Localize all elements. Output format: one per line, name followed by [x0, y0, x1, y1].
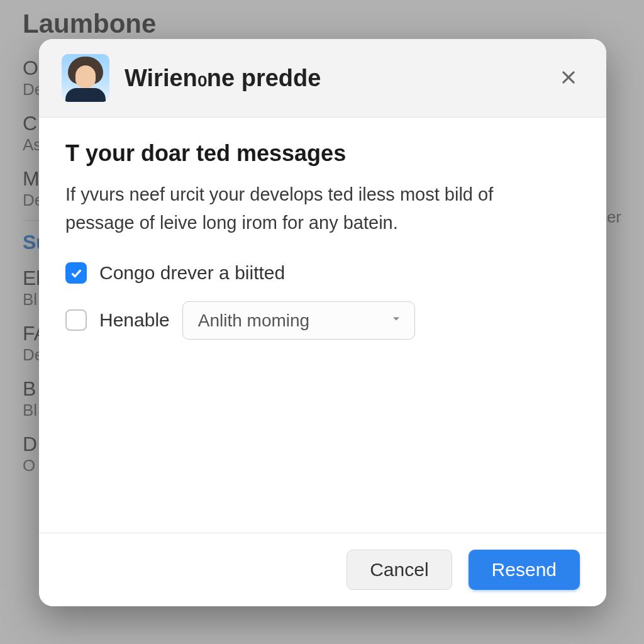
section-heading: T your doar ted messages: [65, 140, 580, 167]
modal-footer: Cancel Resend: [39, 533, 606, 606]
option-row-1: Congo drever a biitted: [65, 262, 580, 284]
resend-button[interactable]: Resend: [469, 550, 580, 590]
select-wrap: Anlith moming: [182, 301, 415, 340]
option-label: Henable: [99, 309, 170, 331]
cancel-button[interactable]: Cancel: [347, 550, 452, 590]
close-button[interactable]: [553, 63, 584, 93]
checkbox-henable[interactable]: [65, 309, 87, 331]
frequency-select[interactable]: Anlith moming: [182, 301, 415, 340]
option-row-2: Henable Anlith moming: [65, 301, 580, 340]
modal-header: Wirien₀ne predde: [39, 39, 606, 118]
modal-dialog: Wirien₀ne predde T your doar ted message…: [39, 39, 606, 606]
close-icon: [560, 69, 577, 88]
modal-title: Wirien₀ne predde: [125, 64, 538, 92]
modal-body: T your doar ted messages If yvurs neef u…: [39, 118, 606, 533]
option-label: Congo drever a biitted: [99, 262, 285, 284]
checkbox-congo[interactable]: [65, 262, 87, 284]
avatar: [62, 54, 109, 102]
section-description: If yvurs neef urcit your develops ted il…: [65, 180, 556, 237]
